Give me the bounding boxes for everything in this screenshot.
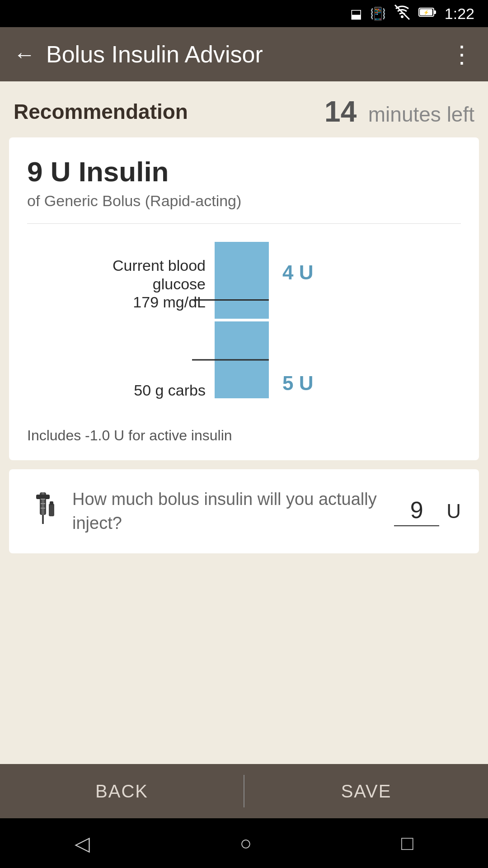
glucose-bar <box>215 242 269 319</box>
chart-area: Current blood glucose 179 mg/dL 50 g car… <box>27 242 461 414</box>
syringe-icon <box>27 490 59 533</box>
save-button-label: SAVE <box>341 781 392 802</box>
inject-unit: U <box>446 500 461 523</box>
recommendation-label: Recommendation <box>14 99 188 124</box>
nav-back-icon[interactable]: ◁ <box>75 832 90 855</box>
save-button[interactable]: SAVE <box>244 764 488 818</box>
insulin-subtitle: of Generic Bolus (Rapid-acting) <box>27 192 461 210</box>
active-insulin-note: Includes -1.0 U for active insulin <box>27 427 461 444</box>
menu-button[interactable]: ⋮ <box>450 41 474 68</box>
nav-bar: ◁ ○ □ <box>0 818 488 868</box>
signal-off-icon <box>394 4 410 24</box>
chart-bars <box>210 242 273 414</box>
back-button-bottom[interactable]: BACK <box>0 764 244 818</box>
app-bar-title: Bolus Insulin Advisor <box>46 41 450 68</box>
glucose-label-line1: Current blood <box>113 256 206 275</box>
inject-input-area: 9 U <box>394 496 461 526</box>
inject-card: How much bolus insulin will you actually… <box>9 469 479 553</box>
chart-labels: Current blood glucose 179 mg/dL 50 g car… <box>27 242 210 414</box>
app-bar: ← Bolus Insulin Advisor ⋮ <box>0 27 488 81</box>
bluetooth-icon: ⬓ <box>350 6 362 21</box>
bottom-bar: BACK SAVE <box>0 764 488 818</box>
glucose-label-group: Current blood glucose 179 mg/dL <box>113 256 206 311</box>
glucose-label-line2: glucose <box>153 275 206 293</box>
header-row: Recommendation 14 minutes left <box>9 95 479 128</box>
nav-home-icon[interactable]: ○ <box>239 832 252 854</box>
status-time: 1:22 <box>445 5 474 23</box>
card-divider <box>27 223 461 224</box>
content-area: Recommendation 14 minutes left 9 U Insul… <box>0 81 488 764</box>
back-button[interactable]: ← <box>14 42 35 67</box>
nav-recent-icon[interactable]: □ <box>401 832 413 854</box>
time-left: 14 minutes left <box>324 95 474 128</box>
glucose-value: 179 mg/dL <box>133 293 206 311</box>
svg-text:⚡: ⚡ <box>423 9 429 15</box>
svg-point-2 <box>401 15 404 18</box>
vibrate-icon: 📳 <box>370 6 386 21</box>
inject-question: How much bolus insulin will you actually… <box>72 487 380 535</box>
carbs-bar-line <box>192 359 269 361</box>
svg-rect-14 <box>49 504 54 516</box>
carbs-bar <box>215 321 269 398</box>
carbs-label: 50 g carbs <box>134 381 206 400</box>
carbs-bar-value: 5 U <box>282 372 313 395</box>
back-button-label: BACK <box>95 781 148 802</box>
glucose-bar-value: 4 U <box>282 261 313 284</box>
svg-rect-15 <box>50 501 53 505</box>
battery-icon: ⚡ <box>418 6 436 21</box>
recommendation-card: 9 U Insulin of Generic Bolus (Rapid-acti… <box>9 137 479 460</box>
carbs-label-group: 50 g carbs <box>134 381 206 400</box>
svg-rect-4 <box>434 10 436 14</box>
status-bar: ⬓ 📳 ⚡ 1:22 <box>0 0 488 27</box>
minutes-left-number: 14 <box>324 95 357 128</box>
glucose-bar-line <box>192 299 269 301</box>
insulin-amount: 9 U Insulin <box>27 156 461 188</box>
minutes-left-label: minutes left <box>368 103 474 126</box>
svg-rect-9 <box>36 495 50 499</box>
inject-value-input[interactable]: 9 <box>394 496 439 526</box>
chart-values: 4 U 5 U <box>273 242 461 414</box>
